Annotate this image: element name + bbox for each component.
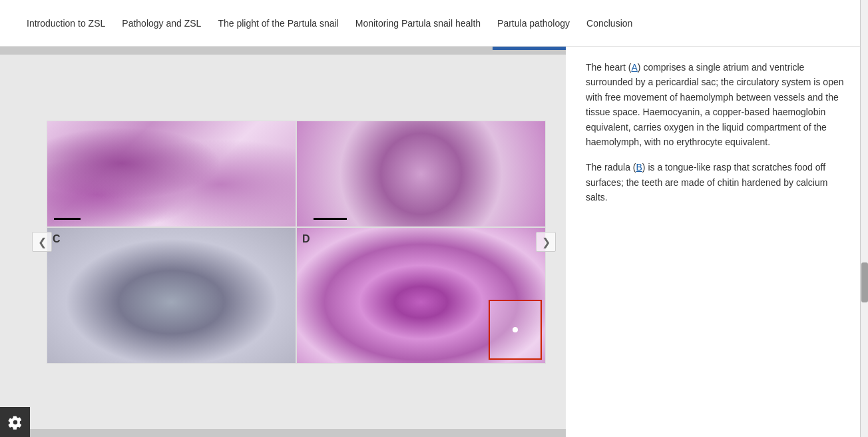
nav-item-partula-path[interactable]: Partula pathology (497, 15, 570, 32)
navigation-bar: Introduction to ZSL Pathology and ZSL Th… (0, 0, 868, 47)
text-column: The heart (A) comprises a single atrium … (566, 47, 868, 437)
gear-button[interactable] (0, 407, 30, 437)
image-cell-b (296, 121, 546, 227)
gear-icon (8, 415, 23, 430)
carousel-next-button[interactable]: ❯ (536, 232, 556, 252)
white-dot-indicator (513, 327, 518, 332)
paragraph-heart: The heart (A) comprises a single atrium … (586, 60, 848, 149)
page-container: Introduction to ZSL Pathology and ZSL Th… (0, 0, 868, 437)
paragraph-radula: The radula (B) is a tongue-like rasp tha… (586, 160, 848, 205)
image-cell-a (47, 121, 296, 227)
red-rectangle-overlay (489, 300, 542, 360)
image-cell-c: C (47, 227, 296, 364)
link-a[interactable]: A (631, 62, 637, 73)
scale-bar-a (54, 218, 81, 220)
carousel-area: ❮ C (0, 55, 566, 429)
nav-item-monitoring[interactable]: Monitoring Partula snail health (355, 15, 481, 32)
progress-bar (493, 47, 566, 50)
content-body: ❮ C (0, 47, 868, 437)
nav-item-plight[interactable]: The plight of the Partula snail (218, 15, 338, 32)
nav-item-pathology[interactable]: Pathology and ZSL (122, 15, 201, 32)
nav-item-intro[interactable]: Introduction to ZSL (27, 15, 105, 32)
carousel-prev-button[interactable]: ❮ (32, 232, 52, 252)
link-b[interactable]: B (636, 162, 642, 173)
scrollbar-thumb[interactable] (861, 262, 868, 302)
image-carousel-column: ❮ C (0, 47, 566, 437)
image-label-d: D (302, 233, 310, 245)
image-label-c: C (53, 233, 61, 245)
scrollbar[interactable] (860, 47, 868, 437)
images-grid: C D (47, 121, 546, 364)
image-cell-d: D (296, 227, 546, 364)
scale-bar-b (314, 218, 347, 220)
nav-item-conclusion[interactable]: Conclusion (586, 15, 632, 32)
